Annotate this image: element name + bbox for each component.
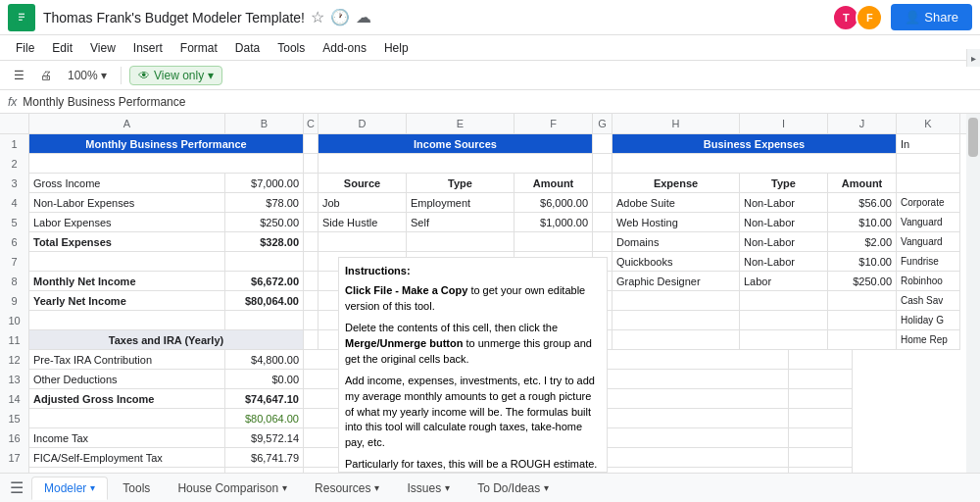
- income-sources-header[interactable]: Income Sources: [318, 134, 593, 154]
- graphic-designer-type[interactable]: Labor: [740, 272, 828, 291]
- adj-gross-value[interactable]: $74,647.10: [225, 389, 304, 409]
- self-type[interactable]: Self: [407, 213, 514, 232]
- cell-1g[interactable]: [593, 134, 612, 154]
- quickbooks-type[interactable]: Non-Labor: [740, 252, 828, 272]
- tab-issues[interactable]: Issues ▾: [394, 477, 463, 500]
- menu-tools[interactable]: Tools: [270, 39, 313, 57]
- col-E[interactable]: E: [407, 114, 514, 133]
- drive-icon[interactable]: ☁: [356, 8, 371, 26]
- tab-house-comparison[interactable]: House Comparison ▾: [165, 477, 300, 500]
- job-source[interactable]: Job: [318, 193, 407, 213]
- graphic-designer-expense[interactable]: Graphic Designer: [612, 272, 740, 291]
- expense-header[interactable]: Expense: [612, 174, 740, 193]
- amount-header-expenses[interactable]: Amount: [828, 174, 897, 193]
- sidehustle-amount[interactable]: $1,000.00: [514, 213, 593, 232]
- cell-7k[interactable]: Fundrise: [897, 252, 960, 272]
- webhosting-amount[interactable]: $10.00: [828, 213, 897, 232]
- row15-value[interactable]: $80,064.00: [225, 409, 304, 428]
- cell-1c[interactable]: [304, 134, 318, 154]
- other-deductions-value[interactable]: $0.00: [225, 370, 304, 389]
- menu-format[interactable]: Format: [172, 39, 225, 57]
- cell-10k[interactable]: Holiday G: [897, 311, 960, 330]
- menu-help[interactable]: Help: [376, 39, 416, 57]
- non-labor-value[interactable]: $78.00: [225, 193, 304, 213]
- col-C[interactable]: C: [304, 114, 318, 133]
- menu-edit[interactable]: Edit: [44, 39, 80, 57]
- col-B[interactable]: B: [225, 114, 304, 133]
- graphic-designer-amount[interactable]: $250.00: [828, 272, 897, 291]
- col-A[interactable]: A: [29, 114, 225, 133]
- cell-9k[interactable]: Cash Sav: [897, 291, 960, 311]
- non-labor-label[interactable]: Non-Labor Expenses: [29, 193, 225, 213]
- col-H[interactable]: H: [612, 114, 740, 133]
- employment-type[interactable]: Employment: [407, 193, 514, 213]
- adj-gross-label[interactable]: Adjusted Gross Income: [29, 389, 225, 409]
- quickbooks-amount[interactable]: $10.00: [828, 252, 897, 272]
- menu-view[interactable]: View: [82, 39, 123, 57]
- tab-resources[interactable]: Resources ▾: [302, 477, 392, 500]
- income-tax-value[interactable]: $9,572.14: [225, 428, 304, 448]
- monthly-net-label[interactable]: Monthly Net Income: [29, 272, 225, 291]
- quickbooks-expense[interactable]: Quickbooks: [612, 252, 740, 272]
- type-header-income[interactable]: Type: [407, 174, 514, 193]
- menu-addons[interactable]: Add-ons: [315, 39, 374, 57]
- monthly-net-value[interactable]: $6,672.00: [225, 272, 304, 291]
- labor-label[interactable]: Labor Expenses: [29, 213, 225, 232]
- total-expenses-label[interactable]: Total Expenses: [29, 232, 225, 252]
- webhosting-expense[interactable]: Web Hosting: [612, 213, 740, 232]
- menu-file[interactable]: File: [8, 39, 42, 57]
- col-F[interactable]: F: [514, 114, 593, 133]
- menu-data[interactable]: Data: [227, 39, 268, 57]
- fica-value[interactable]: $6,741.79: [225, 448, 304, 468]
- amount-header-income[interactable]: Amount: [514, 174, 593, 193]
- scrollbar[interactable]: [966, 114, 980, 473]
- cell-4k[interactable]: Corporate: [897, 193, 960, 213]
- adobe-expense[interactable]: Adobe Suite: [612, 193, 740, 213]
- cell-6k[interactable]: Vanguard: [897, 232, 960, 252]
- scrollbar-thumb[interactable]: [968, 118, 978, 157]
- history-icon[interactable]: 🕐: [330, 8, 350, 26]
- col-K[interactable]: K: [897, 114, 960, 133]
- share-button[interactable]: 👤 Share: [891, 4, 972, 30]
- pretax-ira-label[interactable]: Pre-Tax IRA Contribution: [29, 350, 225, 370]
- webhosting-type[interactable]: Non-Labor: [740, 213, 828, 232]
- hamburger-btn[interactable]: ☰: [8, 67, 30, 84]
- adobe-amount[interactable]: $56.00: [828, 193, 897, 213]
- col-J[interactable]: J: [828, 114, 897, 133]
- zoom-btn[interactable]: 100% ▾: [62, 67, 113, 84]
- print-btn[interactable]: 🖨: [34, 67, 58, 84]
- domains-amount[interactable]: $2.00: [828, 232, 897, 252]
- tab-tools[interactable]: Tools: [110, 477, 163, 500]
- other-deductions-label[interactable]: Other Deductions: [29, 370, 225, 389]
- labor-value[interactable]: $250.00: [225, 213, 304, 232]
- sidehustle-source[interactable]: Side Hustle: [318, 213, 407, 232]
- business-expenses-header[interactable]: Business Expenses: [612, 134, 897, 154]
- tab-modeler[interactable]: Modeler ▾: [31, 477, 108, 500]
- pretax-ira-value[interactable]: $4,800.00: [225, 350, 304, 370]
- yearly-net-label[interactable]: Yearly Net Income: [29, 291, 225, 311]
- tab-todo[interactable]: To Do/Ideas ▾: [465, 477, 562, 500]
- cell-8k[interactable]: Robinhoo: [897, 272, 960, 291]
- cell-1k[interactable]: In: [897, 134, 960, 154]
- income-tax-label[interactable]: Income Tax: [29, 428, 225, 448]
- star-icon[interactable]: ☆: [311, 8, 324, 26]
- gross-income-label[interactable]: Gross Income: [29, 174, 225, 193]
- view-only-button[interactable]: 👁 View only ▾: [129, 66, 222, 85]
- taxes-ira-header[interactable]: Taxes and IRA (Yearly): [29, 330, 304, 350]
- col-D[interactable]: D: [318, 114, 407, 133]
- col-I[interactable]: I: [740, 114, 828, 133]
- col-G[interactable]: G: [593, 114, 612, 133]
- domains-type[interactable]: Non-Labor: [740, 232, 828, 252]
- cell-5k[interactable]: Vanguard: [897, 213, 960, 232]
- tabs-hamburger[interactable]: ☰: [4, 478, 29, 497]
- cell-11k[interactable]: Home Rep: [897, 330, 960, 350]
- menu-insert[interactable]: Insert: [125, 39, 171, 57]
- type-header-expenses[interactable]: Type: [740, 174, 828, 193]
- monthly-business-header[interactable]: Monthly Business Performance: [29, 134, 304, 154]
- gross-income-value[interactable]: $7,000.00: [225, 174, 304, 193]
- source-header[interactable]: Source: [318, 174, 407, 193]
- fica-label[interactable]: FICA/Self-Employment Tax: [29, 448, 225, 468]
- total-expenses-value[interactable]: $328.00: [225, 232, 304, 252]
- adobe-type[interactable]: Non-Labor: [740, 193, 828, 213]
- job-amount[interactable]: $6,000.00: [514, 193, 593, 213]
